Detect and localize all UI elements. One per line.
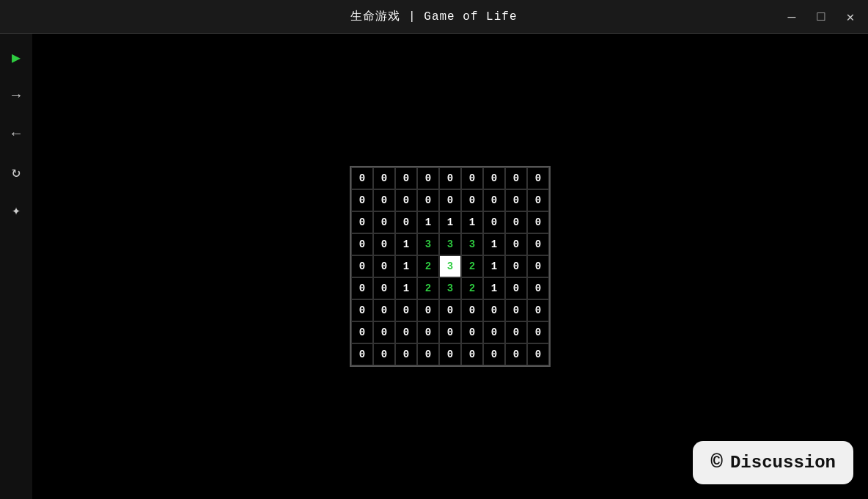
grid-cell[interactable]: 0 — [351, 299, 373, 321]
grid-cell[interactable]: 0 — [439, 343, 461, 365]
grid-cell[interactable]: 0 — [373, 343, 395, 365]
discussion-badge[interactable]: © Discussion — [693, 441, 853, 484]
grid-row: 000000000 — [351, 167, 549, 189]
grid-cell[interactable]: 0 — [373, 189, 395, 211]
grid-cell[interactable]: 0 — [505, 321, 527, 343]
grid-cell[interactable]: 0 — [461, 189, 483, 211]
grid-cell[interactable]: 0 — [527, 299, 549, 321]
step-back-button[interactable]: ← — [4, 122, 28, 145]
grid-cell[interactable]: 1 — [483, 277, 505, 299]
grid-cell[interactable]: 0 — [395, 343, 417, 365]
grid-cell[interactable]: 2 — [417, 277, 439, 299]
grid-cell[interactable]: 0 — [527, 255, 549, 277]
grid-cell[interactable]: 0 — [461, 343, 483, 365]
grid-cell[interactable]: 2 — [417, 255, 439, 277]
grid-cell[interactable]: 0 — [505, 233, 527, 255]
grid-cell[interactable]: 0 — [439, 189, 461, 211]
grid-row: 001232100 — [351, 277, 549, 299]
grid-cell[interactable]: 0 — [505, 211, 527, 233]
grid-cell[interactable]: 0 — [461, 321, 483, 343]
grid-cell[interactable]: 0 — [373, 167, 395, 189]
close-button[interactable]: ✕ — [842, 8, 859, 26]
game-grid[interactable]: 0000000000000000000001110000013331000012… — [350, 166, 551, 367]
grid-cell[interactable]: 0 — [351, 255, 373, 277]
grid-cell[interactable]: 0 — [417, 343, 439, 365]
main-area: 0000000000000000000001110000013331000012… — [32, 34, 868, 499]
step-forward-button[interactable]: → — [4, 84, 28, 107]
grid-cell[interactable]: 3 — [417, 233, 439, 255]
grid-cell[interactable]: 0 — [351, 277, 373, 299]
maximize-button[interactable]: □ — [812, 8, 830, 26]
grid-cell[interactable]: 0 — [373, 277, 395, 299]
grid-cell[interactable]: 0 — [527, 211, 549, 233]
grid-cell[interactable]: 1 — [483, 233, 505, 255]
grid-cell[interactable]: 1 — [461, 211, 483, 233]
grid-cell[interactable]: 0 — [527, 343, 549, 365]
grid-cell[interactable]: 0 — [351, 211, 373, 233]
grid-cell[interactable]: 0 — [527, 321, 549, 343]
grid-row: 000000000 — [351, 189, 549, 211]
grid-cell[interactable]: 1 — [395, 277, 417, 299]
grid-cell[interactable]: 0 — [527, 277, 549, 299]
grid-cell[interactable]: 0 — [483, 343, 505, 365]
grid-row: 001333100 — [351, 233, 549, 255]
grid-cell[interactable]: 1 — [483, 255, 505, 277]
grid-cell[interactable]: 0 — [351, 189, 373, 211]
grid-cell[interactable]: 0 — [395, 167, 417, 189]
grid-cell[interactable]: 0 — [417, 167, 439, 189]
window-title: 生命游戏 | Game of Life — [350, 9, 517, 24]
window-controls: — □ ✕ — [783, 8, 859, 26]
grid-cell[interactable]: 0 — [439, 321, 461, 343]
grid-cell[interactable]: 3 — [439, 255, 461, 277]
grid-cell[interactable]: 0 — [373, 255, 395, 277]
grid-cell[interactable]: 0 — [505, 299, 527, 321]
grid-cell[interactable]: 0 — [527, 189, 549, 211]
grid-cell[interactable]: 0 — [505, 167, 527, 189]
grid-row: 000000000 — [351, 321, 549, 343]
grid-cell[interactable]: 0 — [527, 167, 549, 189]
grid-cell[interactable]: 0 — [505, 343, 527, 365]
grid-cell[interactable]: 0 — [351, 343, 373, 365]
grid-cell[interactable]: 3 — [461, 233, 483, 255]
grid-cell[interactable]: 0 — [373, 321, 395, 343]
grid-cell[interactable]: 2 — [461, 255, 483, 277]
grid-cell[interactable]: 0 — [351, 233, 373, 255]
grid-cell[interactable]: 0 — [483, 321, 505, 343]
grid-cell[interactable]: 0 — [417, 189, 439, 211]
grid-cell[interactable]: 1 — [417, 211, 439, 233]
play-button[interactable]: ▶ — [4, 45, 28, 69]
grid-cell[interactable]: 0 — [483, 299, 505, 321]
grid-cell[interactable]: 0 — [439, 167, 461, 189]
grid-cell[interactable]: 0 — [417, 321, 439, 343]
grid-cell[interactable]: 0 — [395, 211, 417, 233]
grid-cell[interactable]: 1 — [395, 255, 417, 277]
grid-cell[interactable]: 0 — [483, 167, 505, 189]
grid-cell[interactable]: 0 — [351, 321, 373, 343]
grid-cell[interactable]: 0 — [395, 189, 417, 211]
grid-cell[interactable]: 0 — [373, 233, 395, 255]
grid-cell[interactable]: 3 — [439, 233, 461, 255]
grid-cell[interactable]: 0 — [505, 255, 527, 277]
grid-cell[interactable]: 0 — [483, 189, 505, 211]
grid-cell[interactable]: 0 — [505, 277, 527, 299]
grid-cell[interactable]: 0 — [439, 299, 461, 321]
grid-cell[interactable]: 0 — [527, 233, 549, 255]
grid-cell[interactable]: 0 — [395, 299, 417, 321]
minimize-button[interactable]: — — [783, 8, 801, 26]
grid-cell[interactable]: 0 — [461, 167, 483, 189]
grid-cell[interactable]: 2 — [461, 277, 483, 299]
reset-button[interactable]: ↻ — [4, 160, 28, 183]
grid-cell[interactable]: 0 — [395, 321, 417, 343]
grid-cell[interactable]: 0 — [505, 189, 527, 211]
grid-cell[interactable]: 0 — [461, 299, 483, 321]
settings-button[interactable]: ✦ — [4, 198, 28, 222]
grid-cell[interactable]: 0 — [351, 167, 373, 189]
grid-cell[interactable]: 1 — [395, 233, 417, 255]
grid-cell[interactable]: 0 — [373, 299, 395, 321]
discussion-label: Discussion — [730, 453, 836, 473]
grid-cell[interactable]: 0 — [373, 211, 395, 233]
grid-cell[interactable]: 1 — [439, 211, 461, 233]
grid-cell[interactable]: 0 — [417, 299, 439, 321]
grid-cell[interactable]: 3 — [439, 277, 461, 299]
grid-cell[interactable]: 0 — [483, 211, 505, 233]
